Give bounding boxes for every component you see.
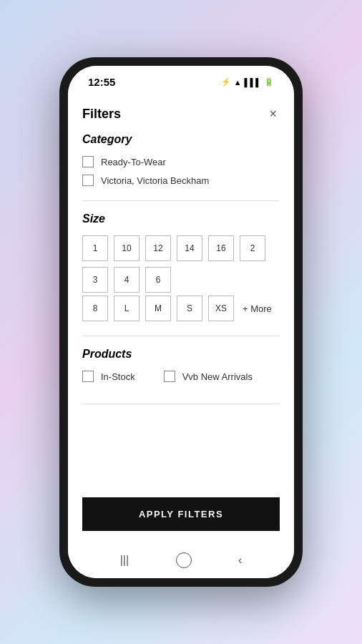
phone-screen: 12:55 ⚡ ▲ ▌▌▌ 🔋 Filters × Category xyxy=(68,66,294,578)
modal-body: Category Ready-To-Wear Victoria, Victori… xyxy=(68,133,294,486)
wifi-icon: ▲ xyxy=(234,78,242,87)
category-section: Category Ready-To-Wear Victoria, Victori… xyxy=(82,133,280,186)
modal-title: Filters xyxy=(82,107,121,122)
category-label-ready-to-wear: Ready-To-Wear xyxy=(101,157,166,167)
status-icons: ⚡ ▲ ▌▌▌ 🔋 xyxy=(221,77,274,87)
products-section-title: Products xyxy=(82,348,280,361)
status-time: 12:55 xyxy=(88,76,115,88)
size-btn-m[interactable]: M xyxy=(145,296,171,321)
status-bar: 12:55 ⚡ ▲ ▌▌▌ 🔋 xyxy=(68,66,294,92)
home-button[interactable] xyxy=(176,552,192,568)
size-grid-row1: 1 10 12 14 16 2 3 4 6 xyxy=(82,235,280,293)
divider-3 xyxy=(82,404,280,404)
products-label-instock: In-Stock xyxy=(101,371,135,382)
category-item-ready-to-wear[interactable]: Ready-To-Wear xyxy=(82,156,280,167)
apply-filters-button[interactable]: APPLY FILTERS xyxy=(82,497,280,531)
products-item-instock[interactable]: In-Stock xyxy=(82,371,135,382)
products-label-vvb: Vvb New Arrivals xyxy=(182,371,253,382)
modal-footer: APPLY FILTERS xyxy=(68,486,294,545)
size-btn-xs[interactable]: XS xyxy=(208,296,234,321)
home-indicator: ||| ‹ xyxy=(68,545,294,578)
size-btn-10[interactable]: 10 xyxy=(114,235,140,261)
size-btn-3[interactable]: 3 xyxy=(82,267,108,293)
menu-icon: ||| xyxy=(120,554,129,567)
modal-header: Filters × xyxy=(68,92,294,133)
products-item-vvb[interactable]: Vvb New Arrivals xyxy=(164,371,253,382)
products-checkbox-instock[interactable] xyxy=(82,371,94,382)
products-checkbox-vvb[interactable] xyxy=(164,371,175,382)
size-btn-14[interactable]: 14 xyxy=(177,235,202,261)
size-grid-row2: 8 L M S XS + More xyxy=(82,296,280,321)
size-btn-2[interactable]: 2 xyxy=(240,235,265,261)
size-btn-6[interactable]: 6 xyxy=(145,267,171,293)
size-section-title: Size xyxy=(82,213,280,225)
size-btn-12[interactable]: 12 xyxy=(145,235,171,261)
size-btn-8[interactable]: 8 xyxy=(82,296,108,321)
more-sizes-button[interactable]: + More xyxy=(240,296,275,321)
size-btn-s[interactable]: S xyxy=(177,296,202,321)
size-btn-l[interactable]: L xyxy=(114,296,140,321)
category-checkbox-ready-to-wear[interactable] xyxy=(82,156,94,167)
divider-1 xyxy=(82,200,280,201)
modal-content: Filters × Category Ready-To-Wear Victori… xyxy=(68,92,294,545)
products-section: Products In-Stock Vvb New Arrivals xyxy=(82,348,280,389)
divider-2 xyxy=(82,336,280,336)
category-label-victoria: Victoria, Victoria Beckham xyxy=(101,175,209,186)
category-section-title: Category xyxy=(82,133,280,146)
bluetooth-icon: ⚡ xyxy=(221,77,231,87)
signal-icon: ▌▌▌ xyxy=(245,78,261,87)
back-icon: ‹ xyxy=(238,554,242,567)
products-row: In-Stock Vvb New Arrivals xyxy=(82,371,280,389)
phone-frame: 12:55 ⚡ ▲ ▌▌▌ 🔋 Filters × Category xyxy=(59,57,303,587)
size-btn-16[interactable]: 16 xyxy=(208,235,234,261)
size-btn-4[interactable]: 4 xyxy=(114,267,140,293)
category-item-victoria[interactable]: Victoria, Victoria Beckham xyxy=(82,175,280,186)
category-checkbox-victoria[interactable] xyxy=(82,175,94,186)
size-section: Size 1 10 12 14 16 2 3 4 6 8 L xyxy=(82,213,280,321)
battery-icon: 🔋 xyxy=(264,77,274,87)
size-btn-1[interactable]: 1 xyxy=(82,235,108,261)
close-button[interactable]: × xyxy=(266,104,280,125)
